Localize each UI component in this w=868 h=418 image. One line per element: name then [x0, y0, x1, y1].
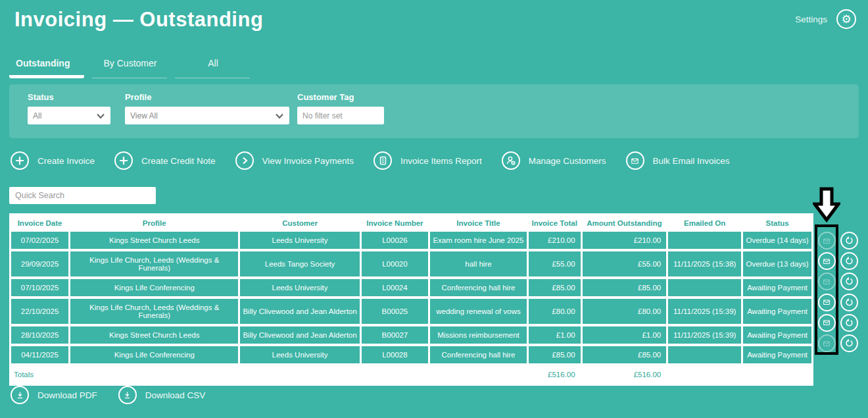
email-invoice-button[interactable] — [818, 252, 836, 270]
cell-emailed-on — [668, 346, 741, 363]
customer-tag-input[interactable] — [297, 107, 384, 124]
tab-all[interactable]: All — [175, 55, 250, 78]
invoice-table: Invoice Date Profile Customer Invoice Nu… — [9, 213, 813, 386]
totals-label: Totals — [11, 366, 527, 383]
refresh-invoice-button[interactable] — [840, 273, 858, 290]
cell-invoice-number: L00026 — [362, 232, 428, 249]
col-status[interactable]: Status — [743, 216, 811, 229]
cell-invoice-total: £80.00 — [529, 299, 581, 324]
cell-emailed-on: 11/11/2025 (15:39) — [668, 327, 741, 344]
cell-invoice-date: 22/10/2025 — [11, 299, 68, 324]
status-filter-select[interactable]: All — [28, 107, 110, 124]
email-invoice-button[interactable] — [818, 294, 836, 311]
totals-invoice-total: £516.00 — [529, 366, 581, 383]
col-emailed-on[interactable]: Emailed On — [668, 216, 741, 229]
action-label: Invoice Items Report — [400, 156, 482, 166]
cell-customer: Billy Clivewood and Jean Alderton — [240, 299, 359, 324]
col-customer[interactable]: Customer — [240, 216, 359, 229]
create-invoice-button[interactable]: Create Invoice — [11, 151, 95, 170]
cell-emailed-on — [668, 232, 741, 249]
table-row[interactable]: 29/09/2025 Kings Life Church, Leeds (Wed… — [11, 251, 811, 276]
col-invoice-date[interactable]: Invoice Date — [11, 216, 68, 229]
cell-invoice-title: hall hire — [430, 251, 527, 276]
tab-by-customer[interactable]: By Customer — [92, 55, 167, 78]
refresh-invoice-button[interactable] — [840, 252, 858, 270]
download-csv-button[interactable]: Download CSV — [118, 386, 206, 404]
download-pdf-button[interactable]: Download PDF — [11, 386, 97, 404]
cell-customer: Leeds Tango Society — [240, 251, 359, 276]
quick-search-input[interactable] — [9, 187, 156, 204]
action-toolbar: Create Invoice Create Credit Note View I… — [11, 151, 750, 170]
refresh-icon — [844, 276, 854, 286]
cell-invoice-date: 28/10/2025 — [11, 327, 68, 344]
create-credit-note-button[interactable]: Create Credit Note — [114, 151, 216, 170]
cell-profile: Kings Street Church Leeds — [70, 327, 238, 344]
email-invoice-button[interactable] — [818, 232, 836, 249]
refresh-invoice-button[interactable] — [840, 294, 858, 311]
cell-invoice-number: L00020 — [362, 251, 428, 276]
cell-amount-outstanding: £85.00 — [583, 346, 667, 363]
table-header-row: Invoice Date Profile Customer Invoice Nu… — [11, 216, 811, 229]
cell-amount-outstanding: £55.00 — [583, 251, 667, 276]
customers-icon — [502, 151, 520, 170]
manage-customers-button[interactable]: Manage Customers — [502, 151, 606, 170]
action-label: Create Credit Note — [141, 156, 216, 166]
table-row[interactable]: 07/02/2025 Kings Street Church Leeds Lee… — [11, 232, 811, 249]
invoice-items-report-button[interactable]: Invoice Items Report — [374, 151, 482, 170]
col-invoice-title[interactable]: Invoice Title — [430, 216, 527, 229]
envelope-icon — [822, 236, 831, 246]
cell-amount-outstanding: £80.00 — [583, 299, 667, 324]
profile-filter-label: Profile — [125, 92, 289, 102]
col-profile[interactable]: Profile — [70, 216, 238, 229]
refresh-invoice-button[interactable] — [840, 232, 858, 249]
col-amount-outstanding[interactable]: Amount Outstanding — [583, 216, 667, 229]
plus-icon — [11, 151, 29, 170]
cell-invoice-title: Exam room hire June 2025 — [430, 232, 527, 249]
tab-outstanding[interactable]: Outstanding — [9, 55, 84, 78]
table-row[interactable]: 04/11/2025 Kings Life Conferencing Leeds… — [11, 346, 811, 363]
refresh-icon — [844, 256, 854, 266]
refresh-icon — [844, 338, 854, 348]
cell-invoice-total: £85.00 — [529, 279, 581, 296]
email-invoice-button[interactable] — [818, 334, 836, 352]
table-row[interactable]: 22/10/2025 Kings Life Church, Leeds (Wed… — [11, 299, 811, 324]
view-invoice-payments-button[interactable]: View Invoice Payments — [235, 151, 354, 170]
cell-invoice-number: B00025 — [362, 299, 428, 324]
cell-invoice-date: 07/10/2025 — [11, 279, 68, 296]
cell-invoice-date: 07/02/2025 — [11, 232, 68, 249]
status-filter-value: All — [33, 111, 41, 120]
cell-status: Awaiting Payment — [743, 299, 811, 324]
cell-profile: Kings Life Conferencing — [70, 279, 238, 296]
cell-invoice-total: £1.00 — [529, 327, 581, 344]
cell-customer: Leeds University — [240, 232, 359, 249]
cell-invoice-number: L00028 — [362, 346, 428, 363]
cell-profile: Kings Street Church Leeds — [70, 232, 238, 249]
gear-icon[interactable]: ⚙ — [836, 9, 856, 29]
action-label: View Invoice Payments — [262, 156, 354, 166]
email-invoice-button[interactable] — [818, 273, 836, 290]
envelope-icon — [822, 298, 831, 307]
cell-status: Overdue (13 days) — [743, 251, 811, 276]
col-invoice-total[interactable]: Invoice Total — [529, 216, 581, 229]
profile-filter-value: View All — [130, 111, 158, 120]
envelope-icon — [822, 318, 831, 327]
cell-profile: Kings Life Church, Leeds (Weddings & Fun… — [70, 299, 238, 324]
status-filter-label: Status — [28, 92, 110, 102]
table-row[interactable]: 28/10/2025 Kings Street Church Leeds Bil… — [11, 327, 811, 344]
refresh-invoice-button[interactable] — [840, 314, 858, 332]
refresh-icon — [844, 298, 854, 307]
refresh-invoice-button[interactable] — [840, 334, 858, 352]
settings-button[interactable]: Settings ⚙ — [795, 9, 856, 29]
download-toolbar: Download PDF Download CSV — [11, 386, 226, 404]
profile-filter-select[interactable]: View All — [125, 107, 289, 124]
table-row[interactable]: 07/10/2025 Kings Life Conferencing Leeds… — [11, 279, 811, 296]
download-icon — [11, 386, 29, 404]
col-invoice-number[interactable]: Invoice Number — [362, 216, 428, 229]
cell-emailed-on: 11/11/2025 (15:39) — [668, 299, 741, 324]
cell-profile: Kings Life Conferencing — [70, 346, 238, 363]
cell-invoice-total: £55.00 — [529, 251, 581, 276]
bulk-email-invoices-button[interactable]: Bulk Email Invoices — [626, 151, 730, 170]
email-invoice-button[interactable] — [818, 314, 836, 332]
customer-tag-filter-label: Customer Tag — [297, 92, 384, 102]
cell-status: Overdue (14 days) — [743, 232, 811, 249]
